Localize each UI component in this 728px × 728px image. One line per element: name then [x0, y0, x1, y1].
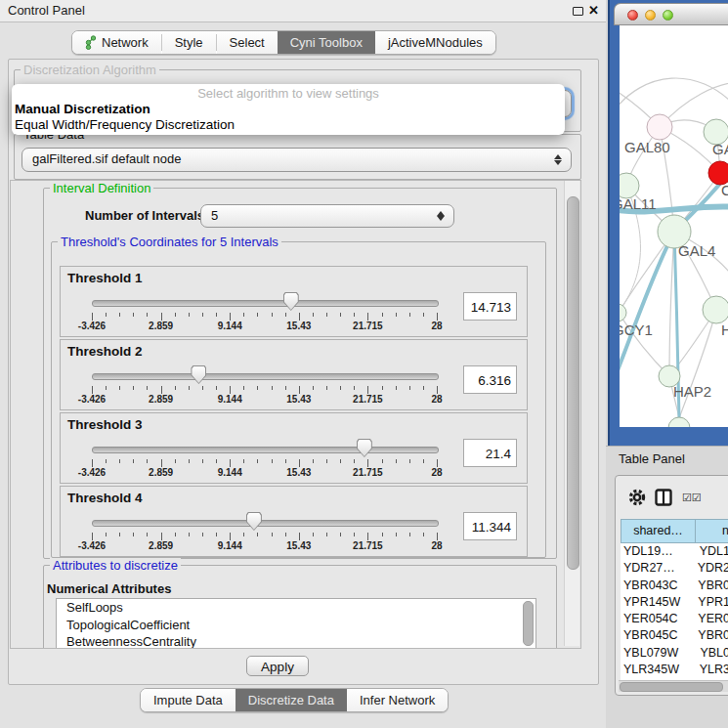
network-window-titlebar[interactable]	[614, 3, 728, 25]
slider-tick	[437, 533, 438, 540]
slider-tick	[423, 313, 424, 317]
network-canvas[interactable]: GAL80GACGAL11GAL4GCY1HHAP2	[620, 25, 728, 427]
tab-select[interactable]: Select	[217, 31, 278, 54]
table-row[interactable]: YER054CYER0	[621, 611, 728, 627]
slider-tick	[313, 533, 314, 536]
table-cell-shared-name: YBR045C	[621, 627, 693, 644]
table-row[interactable]: YLR345WYLR3	[621, 662, 728, 678]
slider-tick	[409, 459, 410, 463]
slider-tick	[272, 533, 273, 536]
number-of-intervals-select[interactable]: 5	[200, 204, 454, 228]
slider-tick	[189, 459, 190, 463]
tab-label: Select	[230, 35, 265, 50]
table-hscrollbar-thumb[interactable]	[620, 682, 723, 692]
settings-scrollbar-thumb[interactable]	[567, 196, 579, 570]
attribute-item[interactable]: TopologicalCoefficient	[57, 617, 535, 634]
slider-tick	[396, 386, 397, 390]
float-window-icon[interactable]	[573, 7, 583, 16]
slider-tick-label: 9.144	[218, 321, 242, 331]
slider-tick	[257, 533, 258, 536]
attributes-list-scrollbar[interactable]	[523, 601, 534, 646]
dropdown-item-manual-discretization[interactable]: Manual Discretization	[15, 102, 150, 116]
threshold-value-field[interactable]: 6.316	[463, 365, 517, 394]
table-row[interactable]: YBL079WYBL0	[621, 645, 728, 662]
slider-tick	[437, 386, 438, 394]
table-row[interactable]: YBR043CYBR0	[621, 578, 728, 594]
tab-style[interactable]: Style	[162, 31, 216, 54]
network-node-h[interactable]	[703, 296, 728, 323]
slider-tick	[119, 386, 120, 390]
tab-label: Infer Network	[360, 693, 435, 707]
table-hscrollbar-track[interactable]	[619, 680, 728, 692]
slider-tick	[367, 459, 368, 467]
tab-cyni-toolbox[interactable]: Cyni Toolbox	[278, 31, 375, 54]
dropdown-hint: Select algorithm to view settings	[12, 86, 565, 101]
threshold-value-field[interactable]: 14.713	[463, 292, 517, 321]
network-node[interactable]	[668, 417, 690, 427]
table-row[interactable]: YBR045CYBR0	[621, 627, 728, 644]
slider-tick	[189, 533, 190, 536]
tab-impute-data[interactable]: Impute Data	[141, 689, 236, 711]
slider-tick	[243, 386, 244, 390]
slider-tick	[161, 533, 162, 540]
network-node-label: GA	[712, 141, 728, 157]
close-icon[interactable]: ✕	[588, 3, 599, 18]
numerical-attributes-list[interactable]: SelfLoopsTopologicalCoefficientBetweenne…	[56, 598, 536, 649]
close-traffic-light-icon[interactable]	[627, 10, 638, 21]
zoom-traffic-light-icon[interactable]	[663, 10, 673, 21]
slider-thumb[interactable]	[283, 292, 299, 311]
slider-thumb[interactable]	[357, 439, 372, 457]
settings-scrollbar-track[interactable]	[564, 181, 579, 646]
gear-icon[interactable]	[627, 488, 647, 507]
tab-network[interactable]: Network	[72, 31, 161, 54]
checkbox-columns-icon[interactable]: ☑☑	[682, 492, 702, 504]
network-edge-highlighted	[620, 232, 674, 385]
slider-tick	[409, 533, 410, 536]
table-header-name[interactable]: na	[695, 519, 728, 543]
slider-tick	[354, 533, 355, 536]
split-columns-icon[interactable]	[655, 489, 672, 506]
network-graph[interactable]: GAL80GACGAL11GAL4GCY1HHAP2	[620, 25, 728, 427]
table-header-shared[interactable]: shared…	[621, 519, 696, 543]
slider-track[interactable]	[92, 373, 439, 380]
slider-track[interactable]	[92, 447, 439, 453]
slider-thumb[interactable]	[246, 512, 262, 531]
table-row[interactable]: YDR27…YDR2	[621, 560, 728, 577]
slider-tick	[313, 459, 314, 463]
slider-tick	[382, 533, 383, 536]
table-data-select[interactable]: galFiltered.sif default node	[21, 148, 572, 172]
tab-jactivemnodules[interactable]: jActiveMNodules	[375, 31, 495, 54]
slider-tick	[437, 459, 438, 467]
slider-track[interactable]	[92, 520, 439, 527]
tab-infer-network[interactable]: Infer Network	[347, 689, 448, 711]
attribute-item[interactable]: BetweennessCentrality	[57, 633, 535, 649]
tab-discretize-data[interactable]: Discretize Data	[236, 689, 347, 711]
algorithm-group-title: Discretization Algorithm	[21, 63, 159, 77]
slider-tick	[147, 459, 148, 463]
slider-tick	[230, 313, 231, 321]
minimize-traffic-light-icon[interactable]	[645, 10, 656, 21]
slider-thumb[interactable]	[191, 365, 206, 384]
threshold-row: Threshold 1-3.4262.8599.14415.4321.71528…	[60, 266, 528, 337]
slider-tick-label: 28	[431, 467, 442, 478]
table-row[interactable]: YPR145WYPR1	[621, 594, 728, 611]
slider-tick	[161, 313, 162, 321]
network-node-gcy1[interactable]	[620, 304, 626, 321]
table-row[interactable]: YDL19…YDL1	[621, 543, 728, 560]
dropdown-item-equal-width-frequency[interactable]: Equal Width/Frequency Discretization	[15, 117, 235, 132]
table-cell-shared-name: YLR345W	[621, 662, 695, 678]
slider-tick	[313, 313, 314, 317]
slider-track[interactable]	[92, 300, 439, 307]
threshold-row: Threshold 3-3.4262.8599.14415.4321.71528…	[60, 412, 528, 484]
threshold-value-field[interactable]: 11.344	[463, 512, 517, 540]
slider-tick	[147, 313, 148, 317]
threshold-value-field[interactable]: 21.4	[463, 439, 517, 467]
table-panel-title: Table Panel	[619, 451, 685, 466]
number-of-intervals-label: Number of Intervals	[85, 208, 204, 223]
attribute-item[interactable]: SelfLoops	[57, 599, 535, 617]
slider-tick	[367, 313, 368, 321]
slider-tick-label: 15.43	[286, 540, 311, 551]
slider-tick	[285, 386, 286, 390]
network-node-gal80[interactable]	[647, 114, 672, 140]
apply-button[interactable]: Apply	[246, 656, 309, 676]
